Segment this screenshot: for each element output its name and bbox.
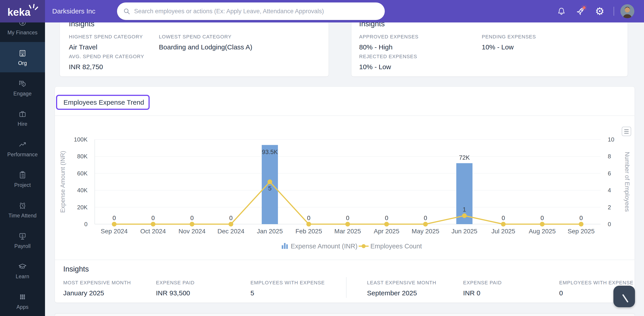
rejected-expenses-field: REJECTED EXPENSES 10% - Low [359, 54, 417, 71]
settings-button[interactable]: ⚙ [594, 0, 605, 22]
svg-text:Jun 2025: Jun 2025 [452, 228, 477, 235]
svg-text:Dec 2024: Dec 2024 [217, 228, 244, 235]
global-search[interactable] [117, 2, 385, 20]
sidebar-item-label: My Finances [8, 30, 38, 36]
svg-text:Expense Amount (INR): Expense Amount (INR) [60, 151, 66, 213]
divider [614, 7, 614, 16]
top-bar: keka Darksiders Inc ⚙ [0, 0, 644, 22]
svg-text:10: 10 [608, 136, 614, 143]
sidebar-item-label: Payroll [14, 243, 30, 249]
svg-text:1: 1 [463, 206, 466, 213]
sidebar-item-label: Performance [8, 152, 38, 158]
svg-text:$: $ [22, 234, 24, 237]
svg-text:Aug 2025: Aug 2025 [529, 228, 556, 235]
svg-text:0: 0 [580, 215, 583, 221]
svg-text:20K: 20K [77, 204, 88, 211]
sidebar-item-label: Engage [13, 91, 32, 97]
svg-text:0: 0 [112, 215, 116, 221]
pending-expenses-field: PENDING EXPENSES 10% - Low [482, 34, 536, 51]
alarm-clock-icon [18, 201, 27, 210]
sidebar-item-label: Learn [16, 274, 29, 280]
svg-text:0: 0 [190, 215, 194, 221]
sidebar-item-project[interactable]: Project [0, 164, 45, 194]
svg-text:Apr 2025: Apr 2025 [374, 228, 400, 235]
svg-text:Number of Employees: Number of Employees [624, 152, 630, 212]
keka-logo-icon: keka [6, 3, 40, 19]
sidebar-item-apps[interactable]: Apps [0, 286, 45, 316]
sidebar-item-label: Apps [16, 304, 28, 310]
gear-icon: ⚙ [595, 6, 604, 16]
sidebar-item-label: Hire [18, 121, 27, 127]
sidebar: $ My Finances Org Engage Hire Performanc… [0, 22, 45, 316]
svg-text:93.5K: 93.5K [262, 149, 278, 156]
svg-text:6: 6 [608, 170, 611, 177]
expense-trend-title-highlight: Employees Expense Trend [56, 95, 150, 110]
building-icon [18, 48, 27, 58]
sidebar-item-label: Project [14, 182, 31, 188]
search-input[interactable] [117, 2, 385, 20]
highest-spend-field: HIGHEST SPEND CATEGORY Air Travel [69, 34, 143, 51]
sidebar-item-label: Org [18, 60, 27, 66]
svg-text:0: 0 [229, 215, 233, 221]
briefcase-icon [18, 109, 27, 119]
divider [55, 260, 635, 260]
whats-new-button[interactable] [574, 0, 587, 22]
sidebar-item-engage[interactable]: Engage [0, 73, 45, 103]
section-title: Employees Expense Trend [64, 99, 144, 106]
rocket-icon [574, 5, 586, 17]
svg-text:Oct 2024: Oct 2024 [140, 228, 166, 235]
svg-text:0: 0 [502, 215, 505, 221]
svg-text:72K: 72K [459, 154, 470, 161]
svg-text:May 2025: May 2025 [412, 228, 439, 235]
sidebar-item-org[interactable]: Org [0, 42, 45, 72]
employees-expense-trend-card: Employees Expense Trend 0020K240K460K680… [55, 86, 635, 303]
svg-text:0: 0 [385, 215, 388, 221]
monitor-dollar-icon: $ [18, 231, 27, 241]
sidebar-item-performance[interactable]: Performance [0, 133, 45, 164]
keka-logo[interactable]: keka [0, 0, 45, 22]
svg-text:5: 5 [268, 185, 272, 192]
svg-text:Feb 2025: Feb 2025 [296, 228, 322, 235]
svg-text:Sep 2024: Sep 2024 [101, 228, 128, 235]
graduation-cap-icon [18, 261, 27, 271]
svg-text:0: 0 [346, 215, 349, 221]
bell-icon [556, 6, 566, 16]
svg-text:100K: 100K [74, 136, 88, 143]
svg-text:80K: 80K [77, 153, 88, 160]
chat-heart-icon [18, 79, 27, 89]
notification-dot [583, 6, 586, 9]
svg-text:2: 2 [608, 204, 611, 211]
approved-expenses-field: APPROVED EXPENSES 80% - High [359, 34, 418, 51]
expense-paid-field: EXPENSE PAID INR 93,500 [156, 280, 195, 297]
next-section-edge [55, 314, 635, 316]
svg-text:Jul 2025: Jul 2025 [492, 228, 515, 235]
sidebar-item-time-attend[interactable]: Time Attend [0, 194, 45, 225]
least-expensive-month-field: LEAST EXPENSIVE MONTH September 2025 [367, 280, 436, 297]
svg-text:0: 0 [84, 221, 88, 227]
notifications-button[interactable] [556, 0, 566, 22]
svg-text:40K: 40K [77, 187, 88, 194]
most-expensive-month-field: MOST EXPENSIVE MONTH January 2025 [63, 280, 131, 297]
svg-text:Jan 2025: Jan 2025 [257, 228, 283, 235]
svg-text:4: 4 [608, 187, 611, 194]
sidebar-item-payroll[interactable]: $ Payroll [0, 225, 45, 255]
user-avatar[interactable] [620, 4, 634, 18]
svg-text:Expense Amount (INR): Expense Amount (INR) [291, 243, 358, 250]
clipboard-icon [18, 170, 27, 180]
expense-paid-field: EXPENSE PAID INR 0 [463, 280, 502, 297]
sidebar-item-learn[interactable]: Learn [0, 255, 45, 286]
sidebar-item-label: Time Attend [8, 213, 36, 219]
avatar-photo [620, 4, 634, 18]
sidebar-item-hire[interactable]: Hire [0, 103, 45, 133]
spend-insights-card: Insights HIGHEST SPEND CATEGORY Air Trav… [60, 13, 329, 77]
svg-text:0: 0 [152, 215, 155, 221]
magic-wand-icon [615, 288, 633, 306]
expense-trend-chart: 0020K240K460K680K8100K1093.5K72K00005000… [55, 115, 635, 260]
svg-text:0: 0 [424, 215, 427, 221]
svg-text:0: 0 [540, 215, 544, 221]
insights-heading: Insights [63, 265, 89, 273]
svg-text:Mar 2025: Mar 2025 [334, 228, 361, 235]
svg-text:Employees Count: Employees Count [370, 243, 422, 250]
ai-assistant-fab[interactable] [614, 286, 635, 307]
employees-with-expense-field: EMPLOYEES WITH EXPENSE 5 [250, 280, 325, 297]
